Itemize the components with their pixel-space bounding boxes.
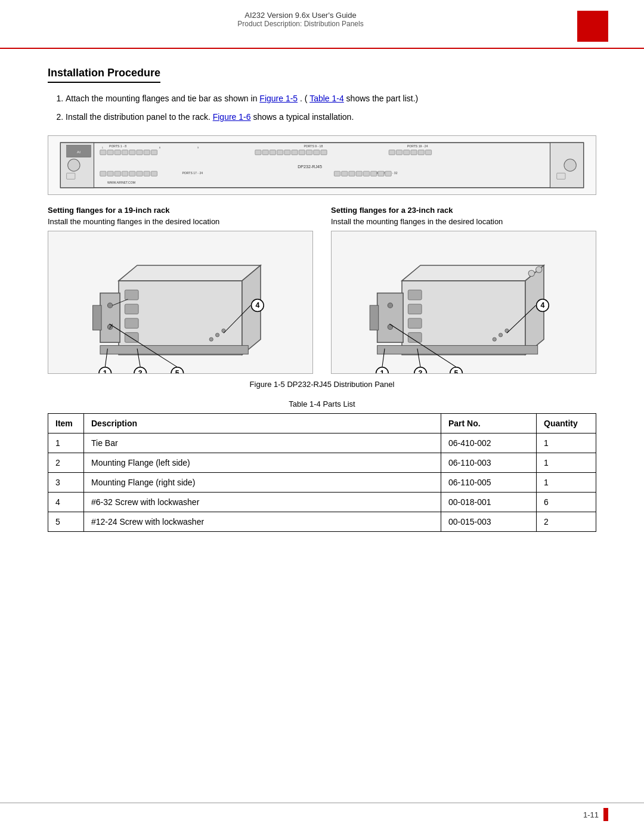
main-content: Installation Procedure Attach the mounti…: [0, 49, 644, 568]
svg-rect-67: [93, 305, 101, 330]
svg-text:3: 3: [419, 369, 423, 373]
svg-rect-31: [411, 150, 417, 155]
svg-rect-40: [137, 171, 143, 176]
table-header-row: Item Description Part No. Quantity: [48, 414, 596, 433]
svg-text:4: 4: [540, 301, 544, 309]
svg-rect-18: [262, 150, 268, 155]
table-cell-quantity: 6: [537, 493, 596, 512]
svg-text:WWW.AIRNET.COM: WWW.AIRNET.COM: [107, 181, 135, 184]
table-row: 5#12-24 Screw with lockwasher00-015-0032: [48, 512, 596, 532]
svg-rect-22: [292, 150, 298, 155]
svg-rect-93: [408, 318, 422, 329]
svg-rect-41: [144, 171, 150, 176]
svg-text:PORTS 9 - 18: PORTS 9 - 18: [304, 144, 323, 148]
page-header: AI232 Version 9.6x User's Guide Product …: [0, 0, 644, 49]
table-cell-part_no: 06-110-003: [441, 453, 537, 473]
svg-rect-32: [418, 150, 424, 155]
svg-point-100: [493, 337, 496, 341]
svg-rect-7: [100, 150, 106, 155]
footer-red-bar: [603, 808, 608, 821]
col-header-partno: Part No.: [441, 414, 537, 433]
svg-rect-38: [122, 171, 128, 176]
svg-text:DP232-RJ45: DP232-RJ45: [298, 165, 322, 169]
section-title: Installation Procedure: [48, 67, 160, 83]
svg-text:1: 1: [380, 369, 384, 373]
col-header-quantity: Quantity: [537, 414, 596, 433]
table-row: 1Tie Bar06-410-0021: [48, 433, 596, 453]
svg-rect-45: [342, 171, 348, 176]
svg-point-97: [388, 303, 392, 308]
col-header-item: Item: [48, 414, 84, 433]
page-container: AI232 Version 9.6x User's Guide Product …: [0, 0, 644, 833]
svg-rect-26: [321, 150, 327, 155]
svg-rect-19: [270, 150, 275, 155]
svg-rect-39: [129, 171, 135, 176]
svg-rect-50: [378, 171, 384, 176]
numbered-list: Attach the mounting flanges and tie bar …: [66, 92, 596, 123]
page-footer: 1-11: [0, 803, 644, 821]
svg-rect-49: [371, 171, 377, 176]
right-diagram-box: 1 3 4 5: [331, 231, 596, 374]
svg-rect-28: [389, 150, 395, 155]
svg-point-71: [209, 337, 213, 341]
table-cell-part_no: 06-110-005: [441, 473, 537, 493]
table-row: 4#6-32 Screw with lockwasher00-018-0016: [48, 493, 596, 512]
svg-rect-36: [107, 171, 113, 176]
header-text-block: AI232 Version 9.6x User's Guide Product …: [36, 11, 577, 28]
table-cell-part_no: 06-410-002: [441, 433, 537, 453]
svg-rect-95: [377, 293, 403, 342]
svg-text:5: 5: [175, 369, 179, 373]
svg-rect-57: [67, 173, 75, 179]
table-cell-description: #6-32 Screw with lockwasher: [84, 493, 441, 512]
svg-rect-9: [114, 150, 120, 155]
svg-rect-96: [370, 305, 378, 330]
svg-marker-89: [402, 265, 544, 281]
svg-rect-92: [408, 304, 422, 314]
svg-rect-13: [144, 150, 150, 155]
svg-rect-63: [125, 304, 138, 314]
svg-rect-0: [60, 143, 583, 187]
svg-point-72: [215, 333, 219, 337]
svg-rect-51: [385, 171, 391, 176]
svg-rect-66: [100, 293, 120, 342]
svg-point-55: [68, 159, 80, 171]
table-cell-part_no: 00-018-001: [441, 493, 537, 512]
header-title: AI232 Version 9.6x User's Guide: [36, 11, 565, 20]
table-row: 2Mounting Flange (left side)06-110-0031: [48, 453, 596, 473]
svg-rect-30: [404, 150, 410, 155]
diagrams-row: Setting flanges for a 19-inch rack Insta…: [48, 206, 596, 374]
svg-rect-25: [314, 150, 320, 155]
figure-1-5-link[interactable]: Figure 1-5: [259, 94, 298, 103]
table-1-4-link[interactable]: Table 1-4: [309, 94, 344, 103]
right-diagram-label-bold: Setting flanges for a 23-inch rack: [331, 206, 596, 215]
table-caption: Table 1-4 Parts List: [48, 400, 596, 408]
col-header-description: Description: [84, 414, 441, 433]
svg-text:PORTS 19 - 24: PORTS 19 - 24: [407, 144, 428, 148]
table-row: 3Mounting Flange (right side)06-110-0051: [48, 473, 596, 493]
svg-rect-35: [100, 171, 106, 176]
svg-rect-64: [125, 318, 138, 329]
svg-rect-23: [299, 150, 305, 155]
svg-rect-48: [363, 171, 369, 176]
svg-rect-8: [107, 150, 113, 155]
table-cell-quantity: 1: [537, 453, 596, 473]
svg-point-56: [564, 159, 576, 171]
svg-rect-47: [356, 171, 362, 176]
svg-text:PORTS 17 - 24: PORTS 17 - 24: [182, 171, 203, 175]
svg-rect-29: [396, 150, 402, 155]
svg-point-68: [107, 303, 112, 308]
svg-rect-24: [306, 150, 312, 155]
svg-rect-58: [557, 173, 565, 179]
right-diagram-label-normal: Install the mounting flanges in the desi…: [331, 217, 596, 226]
diagram-left: Setting flanges for a 19-inch rack Insta…: [48, 206, 313, 374]
svg-rect-33: [425, 150, 431, 155]
table-cell-item: 1: [48, 433, 84, 453]
figure-1-6-link[interactable]: Figure 1-6: [213, 112, 251, 122]
table-cell-part_no: 00-015-003: [441, 512, 537, 532]
svg-point-104: [536, 267, 542, 272]
svg-point-101: [499, 333, 502, 337]
left-diagram-box: 1 3 4 5: [48, 231, 313, 374]
table-cell-quantity: 1: [537, 473, 596, 493]
svg-rect-91: [408, 290, 422, 300]
table-cell-item: 3: [48, 473, 84, 493]
